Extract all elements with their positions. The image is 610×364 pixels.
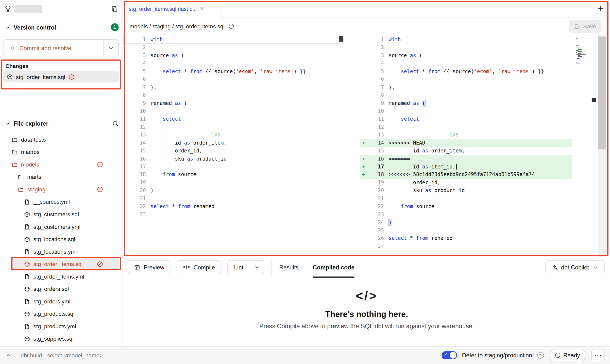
editor-scrollbar[interactable] bbox=[598, 35, 606, 257]
commit-resolve-main[interactable]: Commit and resolve bbox=[3, 40, 103, 56]
code-line[interactable]: 24) bbox=[360, 219, 598, 227]
lint-button[interactable]: Lint bbox=[228, 261, 250, 274]
preview-button[interactable]: Preview bbox=[128, 260, 171, 274]
code-pane-original[interactable]: 1with23source as (45 select * from {{ so… bbox=[123, 36, 344, 257]
commit-dropdown-button[interactable] bbox=[103, 40, 118, 56]
file-item-stg_locations.sql[interactable]: stg_locations.sql bbox=[0, 233, 122, 246]
close-icon[interactable]: × bbox=[200, 5, 204, 12]
file-item-__sources.yml[interactable]: __sources.yml bbox=[0, 196, 122, 208]
file-item-stg_customers.sql[interactable]: stg_customers.sql bbox=[0, 208, 122, 221]
chevron-up-icon[interactable] bbox=[5, 352, 11, 358]
code-line[interactable]: 17 id as item_id, bbox=[360, 163, 598, 171]
code-line[interactable]: 15 id as order_item, bbox=[360, 147, 598, 155]
code-line[interactable]: 4 bbox=[360, 60, 598, 67]
file-item-stg_order_items.sql[interactable]: stg_order_items.sql bbox=[12, 258, 119, 270]
code-line[interactable]: 20) bbox=[123, 187, 344, 195]
code-line[interactable]: 13 ---------- ids bbox=[360, 131, 598, 139]
code-line[interactable]: 8 bbox=[360, 91, 598, 99]
tab-compiled-code[interactable]: Compiled code bbox=[313, 257, 355, 278]
file-item-staging[interactable]: staging bbox=[0, 183, 122, 196]
compile-button[interactable]: </> Compile bbox=[177, 260, 221, 274]
code-line[interactable]: 6 bbox=[360, 76, 598, 83]
overflow-menu-button[interactable]: ⋯ bbox=[591, 349, 605, 362]
project-branch-icon[interactable] bbox=[5, 6, 11, 12]
code-line[interactable]: 27 bbox=[360, 242, 598, 250]
code-line[interactable]: 16 sku as product_id bbox=[123, 155, 344, 163]
file-item-stg_orders.yml[interactable]: stg_orders.yml bbox=[0, 295, 122, 308]
code-line[interactable]: 5 select * from {{ source('ecom', 'raw_i… bbox=[360, 67, 598, 75]
ready-button[interactable]: Ready bbox=[549, 349, 586, 362]
editor-scrollbar-thumb[interactable] bbox=[598, 36, 606, 149]
code-line[interactable]: 21 bbox=[360, 195, 598, 203]
code-line[interactable]: 17 bbox=[123, 163, 344, 171]
code-line[interactable]: 12 bbox=[360, 123, 598, 131]
code-line[interactable]: 3source as ( bbox=[123, 52, 344, 60]
search-icon[interactable] bbox=[112, 120, 119, 127]
code-line[interactable]: 20 sku as product_id bbox=[360, 187, 598, 195]
code-line[interactable]: 14<<<<<<< HEAD bbox=[360, 139, 598, 147]
code-line[interactable]: 23 bbox=[360, 211, 598, 218]
code-line[interactable]: 23 bbox=[123, 211, 344, 218]
code-line[interactable]: 7), bbox=[360, 83, 598, 91]
help-icon[interactable]: ? bbox=[537, 352, 544, 359]
code-line[interactable]: 5 select * from {{ source('ecom', 'raw_i… bbox=[123, 67, 344, 75]
file-item-macros[interactable]: macros bbox=[0, 146, 122, 158]
code-line[interactable]: 18 from source bbox=[123, 171, 344, 179]
changed-file-row[interactable]: stg_order_items.sql bbox=[3, 71, 119, 83]
code-line[interactable]: 18>>>>>>> 58c1dd23d5eebd9cd2495fa7124ab6… bbox=[360, 171, 598, 179]
file-state-icon[interactable] bbox=[228, 23, 234, 29]
file-item-stg_products.sql[interactable]: stg_products.sql bbox=[0, 308, 122, 320]
file-item-stg_order_items.yml[interactable]: stg_order_items.yml bbox=[0, 270, 122, 283]
copy-icon[interactable] bbox=[111, 6, 118, 12]
code-line[interactable]: 2 bbox=[360, 44, 598, 52]
new-tab-button[interactable]: + bbox=[598, 4, 603, 13]
code-line[interactable]: 1with bbox=[123, 36, 344, 44]
save-button[interactable]: Save bbox=[569, 20, 602, 33]
left-pane-scrollbar[interactable] bbox=[339, 35, 343, 256]
code-line[interactable]: 9renamed as ( bbox=[123, 99, 344, 107]
code-line[interactable]: 21 bbox=[123, 195, 344, 203]
code-line[interactable]: 2 bbox=[123, 44, 344, 52]
file-item-stg_locations.yml[interactable]: stg_locations.yml bbox=[0, 245, 122, 258]
code-line[interactable]: 25 bbox=[360, 227, 598, 234]
code-line[interactable]: 11 select bbox=[360, 115, 598, 123]
file-item-stg_customers.yml[interactable]: stg_customers.yml bbox=[0, 220, 122, 233]
code-line[interactable]: 3source as ( bbox=[360, 52, 598, 60]
code-line[interactable]: 13 ---------- ids bbox=[123, 131, 344, 139]
file-item-marts[interactable]: marts bbox=[0, 171, 122, 183]
commit-resolve-button[interactable]: Commit and resolve bbox=[3, 39, 119, 56]
file-item-stg_supplies.sql[interactable]: stg_supplies.sql bbox=[0, 332, 122, 345]
code-line[interactable]: 6 bbox=[123, 76, 344, 83]
code-line[interactable]: 11 select bbox=[123, 115, 344, 123]
left-pane-scrollbar-thumb[interactable] bbox=[339, 36, 343, 42]
file-explorer-header[interactable]: File explorer bbox=[5, 117, 119, 129]
code-line[interactable]: 10 bbox=[360, 107, 598, 115]
code-line[interactable]: 22select * from renamed bbox=[123, 203, 344, 211]
minimap[interactable] bbox=[576, 36, 590, 65]
code-line[interactable]: 7), bbox=[123, 83, 344, 91]
tab-results[interactable]: Results bbox=[279, 257, 299, 278]
version-control-header[interactable]: Version control 1 bbox=[5, 21, 119, 33]
code-line[interactable]: 26select * from renamed bbox=[360, 234, 598, 242]
code-line[interactable]: 15 order_id, bbox=[123, 147, 344, 155]
code-line[interactable]: 10 bbox=[123, 107, 344, 115]
code-line[interactable]: 4 bbox=[123, 60, 344, 67]
code-line[interactable]: 19 bbox=[123, 179, 344, 187]
code-line[interactable]: 12 bbox=[123, 123, 344, 131]
file-item-stg_orders.sql[interactable]: stg_orders.sql bbox=[0, 283, 122, 295]
file-item-stg_products.yml[interactable]: stg_products.yml bbox=[0, 320, 122, 333]
code-line[interactable]: 22 from source bbox=[360, 203, 598, 211]
code-line[interactable]: 1with bbox=[360, 36, 598, 44]
code-pane-modified[interactable]: 1with23source as (45 select * from {{ so… bbox=[360, 36, 598, 257]
editor-tab[interactable]: stg_order_items.sql (last c... × bbox=[123, 0, 221, 18]
code-line[interactable]: 19 order_id, bbox=[360, 179, 598, 187]
code-line[interactable]: 8 bbox=[123, 91, 344, 99]
file-item-data-tests[interactable]: data-tests bbox=[0, 133, 122, 146]
code-line[interactable]: 9renamed as ( bbox=[360, 99, 598, 107]
defer-toggle[interactable]: ✓ bbox=[441, 351, 457, 359]
dbt-copilot-button[interactable]: dbt Copilot bbox=[545, 260, 605, 274]
code-line[interactable]: 16======= bbox=[360, 155, 598, 163]
file-item-models[interactable]: models bbox=[0, 158, 122, 171]
code-line[interactable]: 14 id as order_item, bbox=[123, 139, 344, 147]
lint-dropdown-button[interactable] bbox=[250, 261, 264, 274]
